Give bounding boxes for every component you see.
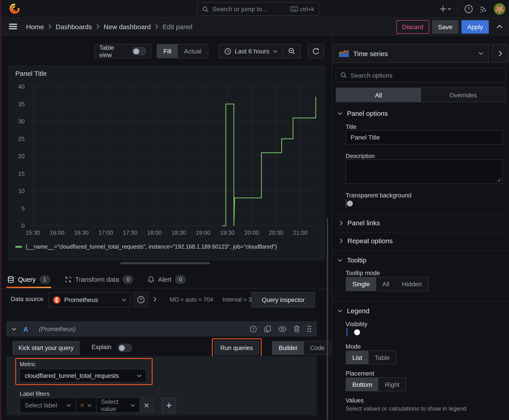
drag-handle-icon[interactable] (307, 325, 311, 332)
breadcrumb-home[interactable]: Home (26, 23, 44, 30)
datasource-label: Data source (11, 296, 44, 302)
operator-dropdown[interactable]: = (76, 398, 97, 413)
actual-option[interactable]: Actual (178, 45, 208, 58)
tooltip-hidden-option[interactable]: Hidden (396, 277, 428, 291)
options-search-input[interactable]: Search options (336, 68, 506, 82)
duplicate-query-icon[interactable] (264, 325, 271, 332)
apply-button[interactable]: Apply (461, 20, 489, 33)
options-tab-all[interactable]: All (336, 88, 421, 102)
add-filter-button[interactable] (162, 398, 176, 413)
label-filters-label: Label filters (20, 390, 50, 397)
user-avatar[interactable] (494, 3, 505, 15)
breadcrumb-dashboards[interactable]: Dashboards (56, 23, 92, 30)
chevron-up-icon[interactable] (496, 25, 503, 29)
run-queries-button[interactable]: Run queries (214, 341, 259, 355)
tab-query[interactable]: Query 1 (6, 272, 51, 287)
panel-options-section-header[interactable]: Panel options (338, 110, 388, 117)
remove-query-trash-icon[interactable] (294, 325, 300, 332)
datasource-picker[interactable]: Prometheus (48, 292, 131, 307)
timeseries-chart[interactable]: 051015202530354015:3016:0016:3017:0017:3… (13, 82, 319, 241)
hide-response-eye-icon[interactable] (278, 326, 286, 332)
select-value-dropdown[interactable]: Select value (97, 398, 140, 413)
left-pane-scrollbar[interactable] (327, 218, 328, 420)
legend-item[interactable]: {__name__="cloudflared_tunnel_total_requ… (15, 244, 277, 250)
chevron-right-icon (96, 24, 100, 29)
fill-option[interactable]: Fill (157, 45, 178, 58)
add-new-button[interactable] (440, 5, 451, 13)
svg-text:17:00: 17:00 (99, 229, 113, 236)
tooltip-all-option[interactable]: All (376, 277, 396, 291)
chevron-down-icon (338, 309, 342, 313)
svg-text:16:00: 16:00 (50, 229, 64, 236)
remove-filter-button[interactable] (140, 398, 153, 413)
query-help-icon[interactable]: ? (250, 325, 257, 333)
panel-edit-left-pane: Table view Fill Actual Last 6 hours (0, 36, 331, 420)
metric-select[interactable]: cloudflared_tunnel_total_requests (20, 369, 146, 382)
news-rss-icon[interactable] (479, 5, 487, 13)
chevron-down-icon (137, 374, 141, 377)
save-button[interactable]: Save (432, 20, 458, 33)
chevron-right-icon (339, 220, 343, 225)
chevron-down-icon (479, 52, 483, 55)
refresh-button[interactable] (308, 44, 324, 58)
legend-placement-right-option[interactable]: Right (379, 378, 406, 391)
global-search-input[interactable]: Search or jump to... ctrl+k (197, 2, 319, 16)
panel-links-section[interactable]: Panel links (339, 219, 380, 227)
svg-text:16:30: 16:30 (74, 229, 89, 236)
breadcrumb-new-dashboard[interactable]: New dashboard (104, 23, 151, 30)
repeat-options-label: Repeat options (347, 237, 393, 245)
tooltip-single-option[interactable]: Single (346, 277, 376, 291)
transparent-background-switch[interactable] (346, 199, 347, 208)
tooltip-section-header[interactable]: Tooltip (338, 256, 366, 264)
legend-series-label: {__name__="cloudflared_tunnel_total_requ… (26, 244, 277, 250)
builder-option[interactable]: Builder (273, 341, 304, 354)
collapse-options-pane-button[interactable] (492, 44, 508, 63)
tab-query-count: 1 (39, 275, 50, 284)
legend-mode-list-option[interactable]: List (346, 351, 369, 364)
chevron-down-icon (12, 327, 16, 330)
resize-corner-icon (497, 178, 501, 182)
menu-icon[interactable] (9, 23, 17, 30)
kick-start-query-button[interactable]: Kick start your query (13, 341, 79, 355)
table-view-switch[interactable] (132, 47, 146, 55)
query-options-expander[interactable] (153, 297, 157, 302)
legend-mode-table-option[interactable]: Table (369, 351, 396, 364)
chevron-down-icon (273, 50, 277, 53)
help-icon[interactable]: ? (464, 5, 473, 14)
legend-visibility-switch[interactable] (347, 328, 347, 337)
select-value-placeholder: Select value (101, 398, 127, 412)
table-view-toggle[interactable]: Table view (94, 44, 151, 58)
visualization-picker[interactable]: Time series (333, 44, 489, 63)
legend-placement-segmented: Bottom Right (346, 377, 406, 391)
explain-label: Explain (91, 344, 112, 351)
keyboard-icon (290, 6, 298, 12)
tooltip-mode-segmented: Single All Hidden (346, 277, 429, 291)
zoom-out-button[interactable] (283, 45, 300, 58)
svg-text:10: 10 (18, 188, 25, 194)
tab-alert[interactable]: Alert 0 (147, 272, 187, 287)
query-inspector-button[interactable]: Query inspector (251, 292, 315, 307)
time-range-picker[interactable]: Last 6 hours (219, 45, 283, 58)
grafana-edit-panel-page: Search or jump to... ctrl+k (0, 0, 509, 420)
legend-placement-bottom-option[interactable]: Bottom (346, 378, 379, 391)
query-row-header[interactable]: A (Prometheus) ? (6, 321, 317, 337)
select-label-dropdown[interactable]: Select label (20, 398, 76, 413)
tab-transform-data[interactable]: Transform data 0 (63, 272, 134, 287)
svg-text:15:30: 15:30 (26, 229, 40, 236)
svg-text:35: 35 (18, 101, 25, 107)
grafana-logo-icon[interactable] (9, 4, 20, 14)
explain-switch[interactable] (118, 344, 132, 352)
fill-actual-segmented: Fill Actual (157, 44, 208, 58)
close-icon (144, 403, 149, 408)
options-tab-overrides[interactable]: Overrides (421, 88, 505, 102)
legend-section-header[interactable]: Legend (338, 307, 369, 315)
discard-button[interactable]: Discard (396, 20, 429, 33)
svg-text:20:30: 20:30 (269, 229, 283, 236)
visibility-label: Visibility (346, 321, 367, 328)
datasource-help-button[interactable]: ? (134, 292, 148, 307)
repeat-options-section[interactable]: Repeat options (339, 237, 393, 245)
panel-title-input[interactable] (346, 130, 503, 144)
svg-text:18:00: 18:00 (147, 229, 162, 236)
pane-resize-handle[interactable] (120, 262, 210, 264)
panel-description-textarea[interactable] (346, 159, 503, 184)
